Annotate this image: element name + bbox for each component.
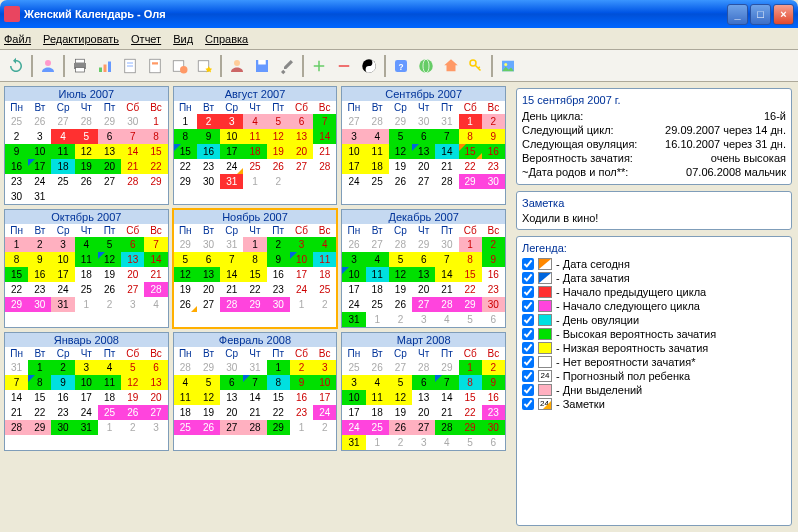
day-cell[interactable]: 28: [144, 282, 167, 297]
day-cell[interactable]: 27: [51, 114, 74, 129]
month-header[interactable]: Декабрь 2007: [342, 210, 505, 224]
day-cell[interactable]: 1: [144, 114, 167, 129]
day-cell[interactable]: 26: [197, 420, 220, 435]
day-cell[interactable]: 19: [75, 159, 98, 174]
day-cell[interactable]: 2: [290, 360, 313, 375]
day-cell[interactable]: 23: [197, 159, 220, 174]
day-cell[interactable]: 20: [412, 282, 435, 297]
day-cell[interactable]: 7: [5, 375, 28, 390]
day-cell[interactable]: 16: [5, 159, 28, 174]
day-cell[interactable]: 23: [482, 405, 505, 420]
day-cell[interactable]: 25: [243, 159, 266, 174]
day-cell[interactable]: 8: [267, 375, 290, 390]
day-cell[interactable]: 3: [412, 312, 435, 327]
day-cell[interactable]: 3: [144, 420, 167, 435]
day-cell[interactable]: 28: [174, 360, 197, 375]
day-cell[interactable]: 29: [459, 174, 482, 189]
day-cell[interactable]: 19: [389, 405, 412, 420]
day-cell[interactable]: 8: [144, 129, 167, 144]
day-cell[interactable]: 6: [290, 114, 313, 129]
day-cell[interactable]: 4: [366, 252, 389, 267]
day-cell[interactable]: 6: [98, 129, 121, 144]
day-cell[interactable]: 1: [459, 114, 482, 129]
day-cell[interactable]: 27: [389, 360, 412, 375]
day-cell[interactable]: 27: [412, 420, 435, 435]
day-cell[interactable]: 20: [412, 405, 435, 420]
day-cell[interactable]: 11: [98, 375, 121, 390]
day-cell[interactable]: 21: [144, 267, 167, 282]
day-cell[interactable]: 26: [389, 420, 412, 435]
day-cell[interactable]: 24: [313, 405, 336, 420]
day-cell[interactable]: 28: [313, 159, 336, 174]
day-cell[interactable]: 10: [342, 267, 365, 282]
day-cell[interactable]: 9: [267, 252, 290, 267]
day-cell[interactable]: 5: [197, 375, 220, 390]
day-cell[interactable]: 19: [174, 282, 197, 297]
day-cell[interactable]: 3: [290, 237, 313, 252]
day-cell[interactable]: 22: [459, 405, 482, 420]
day-cell[interactable]: 4: [174, 375, 197, 390]
remove-icon[interactable]: [332, 54, 356, 78]
day-cell[interactable]: 4: [98, 360, 121, 375]
day-cell[interactable]: 1: [267, 360, 290, 375]
day-cell[interactable]: 4: [144, 297, 167, 312]
day-cell[interactable]: 3: [342, 375, 365, 390]
month-header[interactable]: Февраль 2008: [174, 333, 337, 347]
day-cell[interactable]: 20: [197, 282, 220, 297]
day-cell[interactable]: 14: [5, 390, 28, 405]
menu-report[interactable]: Отчет: [131, 33, 161, 45]
day-cell[interactable]: 19: [121, 390, 144, 405]
day-cell[interactable]: 31: [51, 297, 74, 312]
calendar-star-icon[interactable]: [193, 54, 217, 78]
day-cell[interactable]: 23: [28, 282, 51, 297]
maximize-button[interactable]: □: [750, 4, 771, 25]
day-cell[interactable]: 2: [389, 312, 412, 327]
day-cell[interactable]: 25: [51, 174, 74, 189]
day-cell[interactable]: 5: [459, 435, 482, 450]
day-cell[interactable]: 15: [459, 390, 482, 405]
day-cell[interactable]: 17: [290, 267, 313, 282]
day-cell[interactable]: 1: [174, 114, 197, 129]
day-cell[interactable]: 9: [482, 375, 505, 390]
day-cell[interactable]: 27: [144, 405, 167, 420]
month-header[interactable]: Сентябрь 2007: [342, 87, 505, 101]
day-cell[interactable]: 18: [75, 267, 98, 282]
legend-checkbox[interactable]: [522, 300, 534, 312]
day-cell[interactable]: 2: [482, 237, 505, 252]
day-cell[interactable]: 8: [243, 252, 266, 267]
day-cell[interactable]: 28: [435, 297, 458, 312]
day-cell[interactable]: 23: [482, 159, 505, 174]
day-cell[interactable]: 26: [389, 174, 412, 189]
day-cell[interactable]: 16: [290, 390, 313, 405]
day-cell[interactable]: 18: [366, 159, 389, 174]
day-cell[interactable]: 18: [243, 144, 266, 159]
day-cell[interactable]: 16: [482, 390, 505, 405]
day-cell[interactable]: 2: [482, 114, 505, 129]
day-cell[interactable]: 28: [5, 420, 28, 435]
day-cell[interactable]: 17: [220, 144, 243, 159]
day-cell[interactable]: 3: [342, 252, 365, 267]
day-cell[interactable]: 21: [121, 159, 144, 174]
minimize-button[interactable]: _: [727, 4, 748, 25]
menu-help[interactable]: Справка: [205, 33, 248, 45]
day-cell[interactable]: 17: [28, 159, 51, 174]
day-cell[interactable]: 2: [267, 237, 290, 252]
day-cell[interactable]: 13: [220, 390, 243, 405]
day-cell[interactable]: 26: [121, 405, 144, 420]
day-cell[interactable]: 15: [5, 267, 28, 282]
day-cell[interactable]: 11: [366, 144, 389, 159]
day-cell[interactable]: 2: [121, 420, 144, 435]
day-cell[interactable]: 5: [267, 114, 290, 129]
day-cell[interactable]: 9: [482, 252, 505, 267]
help-icon[interactable]: ?: [389, 54, 413, 78]
day-cell[interactable]: 3: [220, 114, 243, 129]
day-cell[interactable]: 14: [243, 390, 266, 405]
day-cell[interactable]: 7: [435, 375, 458, 390]
month-header[interactable]: Август 2007: [174, 87, 337, 101]
day-cell[interactable]: 22: [174, 159, 197, 174]
day-cell[interactable]: 14: [144, 252, 167, 267]
day-cell[interactable]: 22: [28, 405, 51, 420]
day-cell[interactable]: 16: [51, 390, 74, 405]
month-header[interactable]: Ноябрь 2007: [174, 210, 337, 224]
menu-view[interactable]: Вид: [173, 33, 193, 45]
